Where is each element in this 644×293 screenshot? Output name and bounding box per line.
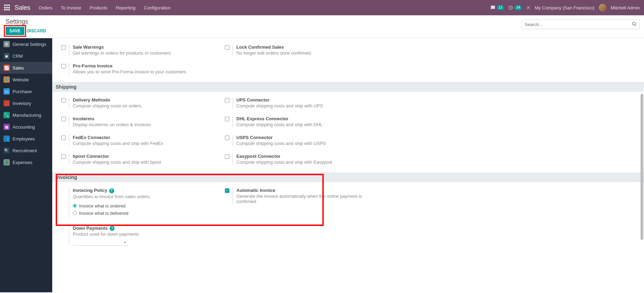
- invoicing-block: Invoicing Invoicing Policy ? Quantities …: [59, 172, 637, 223]
- menu-configuration[interactable]: Configuration: [144, 5, 171, 10]
- setting-ups: UPS Connector Compute shipping costs and…: [223, 95, 379, 113]
- setting-desc: No longer edit orders once confirmed: [236, 50, 379, 56]
- setting-title: Incoterms: [73, 116, 216, 121]
- setting-desc: Product used for down payments: [73, 231, 216, 237]
- sidebar-item-label: Expenses: [13, 160, 32, 165]
- menu-products[interactable]: Products: [89, 5, 107, 10]
- messages-count: 13: [497, 5, 504, 10]
- setting-incoterms: Incoterms Display incoterms on orders & …: [59, 113, 216, 132]
- setting-title: Lock Confirmed Sales: [236, 44, 379, 50]
- checkbox-delivery-methods[interactable]: [61, 98, 66, 103]
- manufacturing-icon: 🔧: [3, 112, 10, 118]
- scrollbar-thumb[interactable]: [641, 94, 643, 240]
- sidebar-item-expenses[interactable]: 💲 Expenses: [0, 156, 52, 168]
- setting-desc: Compute shipping costs and ship with bpo…: [73, 160, 216, 165]
- sidebar-item-recruitment[interactable]: 🔍 Recruitment: [0, 145, 52, 156]
- checkbox-usps[interactable]: [225, 136, 229, 140]
- checkbox-automatic-invoice[interactable]: [225, 188, 229, 193]
- caret-down-icon[interactable]: ▾: [124, 241, 126, 244]
- setting-desc: Compute shipping costs and ship with Eas…: [236, 160, 379, 165]
- svg-point-1: [633, 22, 635, 25]
- sidebar-item-crm[interactable]: ◉ CRM: [0, 50, 52, 62]
- crm-icon: ◉: [3, 53, 10, 59]
- radio-label: Invoice what is delivered: [79, 211, 128, 216]
- sidebar-item-label: Sales: [13, 65, 24, 71]
- setting-title: DHL Express Connector: [236, 116, 379, 121]
- activities-icon[interactable]: 34: [508, 5, 522, 10]
- setting-title: Delivery Methods: [73, 97, 216, 103]
- radio-label: Invoice what is ordered: [79, 203, 126, 209]
- sidebar-item-label: Inventory: [13, 101, 31, 106]
- sidebar-item-accounting[interactable]: ▦ Accounting: [0, 121, 52, 133]
- sidebar-item-inventory[interactable]: ⬚ Inventory: [0, 97, 52, 109]
- checkbox-lock-confirmed[interactable]: [225, 45, 229, 50]
- setting-invoicing-policy: Invoicing Policy ? Quantities to invoice…: [59, 185, 216, 223]
- search-box[interactable]: [521, 19, 640, 29]
- accounting-icon: ▦: [3, 124, 10, 130]
- setting-title: Pro-Forma Invoice: [73, 63, 216, 68]
- checkbox-fedex[interactable]: [61, 136, 66, 140]
- save-button[interactable]: Save: [6, 27, 24, 35]
- setting-title: Easypost Connector: [236, 154, 379, 159]
- help-icon[interactable]: ?: [110, 226, 115, 231]
- checkbox-dhl[interactable]: [225, 117, 229, 121]
- setting-down-payments: Down Payments ? Product used for down pa…: [59, 223, 216, 251]
- sidebar-item-label: Website: [13, 77, 29, 82]
- setting-desc: Compute shipping costs on orders: [73, 103, 216, 108]
- setting-delivery-methods: Delivery Methods Compute shipping costs …: [59, 95, 216, 113]
- checkbox-incoterms[interactable]: [61, 117, 66, 121]
- settings-sidebar: ⚙ General Settings ◉ CRM 📈 Sales 🌐 Websi…: [0, 38, 52, 292]
- sidebar-item-label: Manufacturing: [13, 113, 41, 118]
- activities-count: 34: [515, 5, 522, 10]
- globe-icon: 🌐: [3, 76, 10, 83]
- sidebar-item-manufacturing[interactable]: 🔧 Manufacturing: [0, 109, 52, 121]
- setting-desc: Get warnings in orders for products or c…: [73, 50, 216, 56]
- scrollbar-vertical[interactable]: [640, 38, 643, 292]
- top-menu: Orders To Invoice Products Reporting Con…: [39, 5, 171, 10]
- sidebar-item-sales[interactable]: 📈 Sales: [0, 62, 52, 74]
- search-icon[interactable]: [629, 22, 639, 27]
- discard-button[interactable]: Discard: [27, 29, 46, 33]
- brand[interactable]: Sales: [15, 4, 30, 11]
- search-input[interactable]: [522, 21, 629, 29]
- help-icon[interactable]: ?: [109, 188, 114, 193]
- checkbox-proforma[interactable]: [61, 64, 66, 68]
- checkbox-easypost[interactable]: [225, 154, 229, 159]
- sidebar-item-label: General Settings: [13, 42, 46, 47]
- setting-easypost: Easypost Connector Compute shipping cost…: [223, 151, 379, 170]
- setting-usps: USPS Connector Compute shipping costs an…: [223, 132, 379, 151]
- setting-desc: Generate the invoice automatically when …: [236, 194, 379, 204]
- setting-bpost: bpost Connector Compute shipping costs a…: [59, 151, 216, 170]
- setting-desc: Display incoterms on orders & invoices: [73, 122, 216, 127]
- sidebar-item-label: CRM: [13, 54, 23, 59]
- gear-icon: ⚙: [3, 41, 10, 47]
- radio-invoice-ordered[interactable]: Invoice what is ordered: [73, 203, 216, 209]
- sidebar-item-website[interactable]: 🌐 Website: [0, 74, 52, 86]
- avatar[interactable]: [599, 4, 606, 11]
- tray-close-icon[interactable]: ✕: [526, 5, 531, 11]
- sales-icon: 📈: [3, 65, 10, 71]
- radio-invoice-delivered[interactable]: Invoice what is delivered: [73, 211, 216, 216]
- checkbox-sale-warnings[interactable]: [61, 45, 66, 50]
- checkbox-ups[interactable]: [225, 98, 229, 103]
- control-panel: Settings Save Discard: [0, 15, 644, 38]
- sidebar-item-purchase[interactable]: ▭ Purchase: [0, 86, 52, 97]
- down-payment-product-input[interactable]: [73, 239, 128, 246]
- messages-icon[interactable]: 13: [490, 5, 504, 10]
- menu-to-invoice[interactable]: To Invoice: [61, 5, 81, 10]
- sidebar-item-employees[interactable]: 👥 Employees: [0, 133, 52, 145]
- user-menu[interactable]: Mitchell Admin: [611, 5, 640, 10]
- menu-reporting[interactable]: Reporting: [116, 5, 135, 10]
- company-selector[interactable]: My Company (San Francisco): [535, 5, 595, 10]
- checkbox-bpost[interactable]: [61, 154, 66, 159]
- topbar: Sales Orders To Invoice Products Reporti…: [0, 0, 644, 15]
- purchase-icon: ▭: [3, 88, 10, 95]
- setting-title: UPS Connector: [236, 97, 379, 103]
- expenses-icon: 💲: [3, 159, 10, 165]
- menu-orders[interactable]: Orders: [39, 5, 53, 10]
- sidebar-item-general[interactable]: ⚙ General Settings: [0, 38, 52, 50]
- setting-desc: Allows you to send Pro-Forma Invoice to …: [73, 69, 216, 74]
- apps-icon[interactable]: [4, 5, 10, 11]
- setting-proforma: Pro-Forma Invoice Allows you to send Pro…: [59, 60, 216, 79]
- radio-icon: [73, 204, 77, 208]
